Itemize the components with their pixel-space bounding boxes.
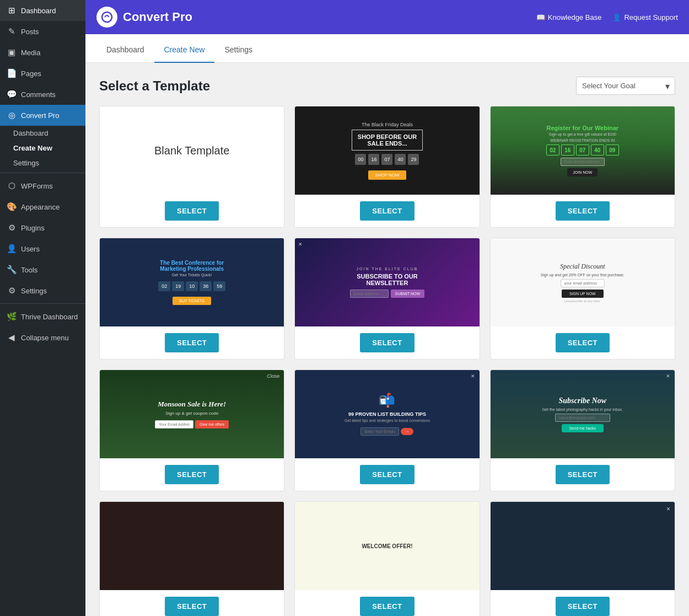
sidebar-item-users[interactable]: 👤 Users xyxy=(0,238,85,259)
sidebar-sub-dashboard[interactable]: Dashboard xyxy=(0,126,85,141)
tab-dashboard[interactable]: Dashboard xyxy=(96,38,154,63)
svg-point-0 xyxy=(102,12,112,22)
template-preview-webinar: Register for Our Webinar Sign up to get … xyxy=(491,106,675,195)
sidebar-item-media[interactable]: ▣ Media xyxy=(0,42,85,63)
tab-settings[interactable]: Settings xyxy=(214,38,262,63)
blank-template-label: Blank Template xyxy=(154,144,229,157)
appearance-label: Appearance xyxy=(21,203,60,211)
tabs-bar: Dashboard Create New Settings xyxy=(85,34,689,63)
request-support-label: Request Support xyxy=(624,13,678,22)
sidebar-item-thrive-dashboard[interactable]: 🌿 Thrive Dashboard xyxy=(0,306,85,327)
lb-input-row: → xyxy=(360,427,413,436)
tmpl-partial-nav xyxy=(491,502,675,590)
mon-email-input[interactable] xyxy=(155,420,193,428)
nl-header: JOIN THE ELITE CLUB xyxy=(357,267,418,271)
topbar-title: Convert Pro xyxy=(123,10,192,24)
template-card-blackfriday: The Black Friday Deals SHOP BEFORE OURSA… xyxy=(294,106,480,228)
template-preview-discount: Special Discount Sign up and get 20% OFF… xyxy=(491,238,675,326)
sidebar-item-collapse-menu[interactable]: ◀ Collapse menu xyxy=(0,327,85,348)
select-button-subscribe-now[interactable]: SELECT xyxy=(556,465,610,484)
lb-email-input[interactable] xyxy=(360,427,399,436)
convert-pro-icon: ◎ xyxy=(7,110,17,120)
disc-signup-btn[interactable]: SIGN UP NOW xyxy=(562,290,604,298)
template-preview-conference: The Best Conference forMarketing Profess… xyxy=(100,238,284,326)
template-header: Select a Template Select Your Goal Lead … xyxy=(99,77,675,95)
disc-unsubscribe: Unsubscribe at any time. xyxy=(564,299,601,303)
select-button-partial1[interactable]: SELECT xyxy=(165,597,219,616)
users-icon: 👤 xyxy=(7,244,17,254)
wb-title: Register for Our Webinar xyxy=(547,125,619,131)
conf-buy-tickets[interactable]: BUY TICKETS xyxy=(173,297,211,305)
wb-countdown-label: WEBINAR REGISTRATION ENDS IN xyxy=(550,138,615,142)
tab-create-new[interactable]: Create New xyxy=(154,38,215,63)
bf-main: SHOP BEFORE OURSALE ENDS... xyxy=(352,130,423,151)
select-button-partial3[interactable]: SELECT xyxy=(556,597,610,616)
select-button-webinar[interactable]: SELECT xyxy=(556,201,610,221)
wb-join-now[interactable]: JOIN NOW xyxy=(567,168,598,176)
main-content-area: Convert Pro 📖 Knowledge Base 👤 Request S… xyxy=(85,0,689,616)
template-card-partial2: WELCOME OFFER! SELECT xyxy=(294,501,480,616)
template-card-partial3: SELECT xyxy=(490,501,675,616)
knowledge-base-icon: 📖 xyxy=(536,13,545,22)
sidebar-item-settings[interactable]: ⚙ Settings xyxy=(0,280,85,301)
sidebar-item-pages[interactable]: 📄 Pages xyxy=(0,63,85,84)
bf-countdown: 00 16 07 40 29 xyxy=(355,154,419,165)
mon-offer-btn[interactable]: Give me offers xyxy=(195,420,229,428)
lb-icon: 📬 xyxy=(379,393,395,408)
topbar-right: 📖 Knowledge Base 👤 Request Support xyxy=(536,13,678,22)
select-button-newsletter[interactable]: SELECT xyxy=(360,333,414,352)
comments-icon: 💬 xyxy=(7,89,17,99)
nl-email-input[interactable] xyxy=(350,290,389,298)
goal-select[interactable]: Select Your Goal Lead Generation Sales W… xyxy=(576,77,675,95)
select-button-conference[interactable]: SELECT xyxy=(165,333,219,352)
template-preview-partial2: WELCOME OFFER! xyxy=(295,502,479,590)
select-button-partial2[interactable]: SELECT xyxy=(360,597,414,616)
template-card-newsletter: ✕ JOIN THE ELITE CLUB SUBSCRIBE TO OURNE… xyxy=(294,238,480,360)
partial-light-text: WELCOME OFFER! xyxy=(362,543,412,549)
plugins-icon: ⚙ xyxy=(7,223,17,233)
knowledge-base-link[interactable]: 📖 Knowledge Base xyxy=(536,13,602,22)
topbar: Convert Pro 📖 Knowledge Base 👤 Request S… xyxy=(85,0,689,34)
select-button-discount[interactable]: SELECT xyxy=(556,333,610,352)
sidebar-divider-1 xyxy=(0,173,85,173)
template-card-listbuild: ✕ 📬 99 PROVEN LIST BUILDING TIPS Get lat… xyxy=(294,369,480,491)
sidebar-item-wpforms[interactable]: ⬡ WPForms xyxy=(0,175,85,196)
template-card-partial1: SELECT xyxy=(99,501,284,616)
disc-email-input[interactable] xyxy=(561,279,605,287)
sub-send-btn[interactable]: Send me hacks xyxy=(562,424,604,432)
wb-email-input[interactable] xyxy=(561,158,605,166)
select-button-blank[interactable]: SELECT xyxy=(165,201,219,221)
mon-sub: Sign up & get coupon code xyxy=(165,411,218,416)
bf-shop-now[interactable]: SHOP NOW xyxy=(368,170,406,180)
collapse-icon: ◀ xyxy=(7,333,17,342)
sub-email-input[interactable] xyxy=(555,414,610,422)
sidebar-sub-create-new[interactable]: Create New xyxy=(0,141,85,156)
sidebar-item-plugins[interactable]: ⚙ Plugins xyxy=(0,217,85,238)
select-button-blackfriday[interactable]: SELECT xyxy=(360,201,414,221)
conf-countdown: 02 19 10 36 59 xyxy=(158,281,225,291)
select-button-monsoon[interactable]: SELECT xyxy=(165,465,219,484)
disc-sub: Sign up and get 20% OFF on your first pu… xyxy=(541,273,625,277)
request-support-link[interactable]: 👤 Request Support xyxy=(612,13,678,22)
tmpl-partial-dark xyxy=(100,502,284,590)
select-button-listbuild[interactable]: SELECT xyxy=(360,465,414,484)
settings-icon: ⚙ xyxy=(7,286,17,296)
template-preview-monsoon: Close Monsoon Sale is Here! Sign up & ge… xyxy=(100,370,284,458)
lb-submit-btn[interactable]: → xyxy=(401,428,413,435)
sidebar-item-convert-pro[interactable]: ◎ Convert Pro xyxy=(0,105,85,126)
content-area: Select a Template Select Your Goal Lead … xyxy=(85,63,689,616)
bf-title: The Black Friday Deals xyxy=(362,122,413,127)
wb-sub: Sign up to get a free gift valued at $10… xyxy=(549,132,616,136)
sidebar-item-dashboard[interactable]: ⊞ Dashboard xyxy=(0,0,85,21)
sidebar-item-posts[interactable]: ✎ Posts xyxy=(0,21,85,42)
mon-input-row: Give me offers xyxy=(155,420,229,428)
sidebar-item-comments[interactable]: 💬 Comments xyxy=(0,84,85,105)
sidebar-item-appearance[interactable]: 🎨 Appearance xyxy=(0,196,85,217)
sidebar-item-tools[interactable]: 🔧 Tools xyxy=(0,259,85,280)
nl-submit-btn[interactable]: SUBMIT NOW xyxy=(391,290,424,298)
template-preview-blank: Blank Template xyxy=(100,106,284,195)
conf-sub: Get Your Tickets Quick! xyxy=(172,273,212,277)
sidebar-sub-settings[interactable]: Settings xyxy=(0,156,85,170)
template-preview-blackfriday: The Black Friday Deals SHOP BEFORE OURSA… xyxy=(295,106,479,195)
knowledge-base-label: Knowledge Base xyxy=(548,13,602,22)
